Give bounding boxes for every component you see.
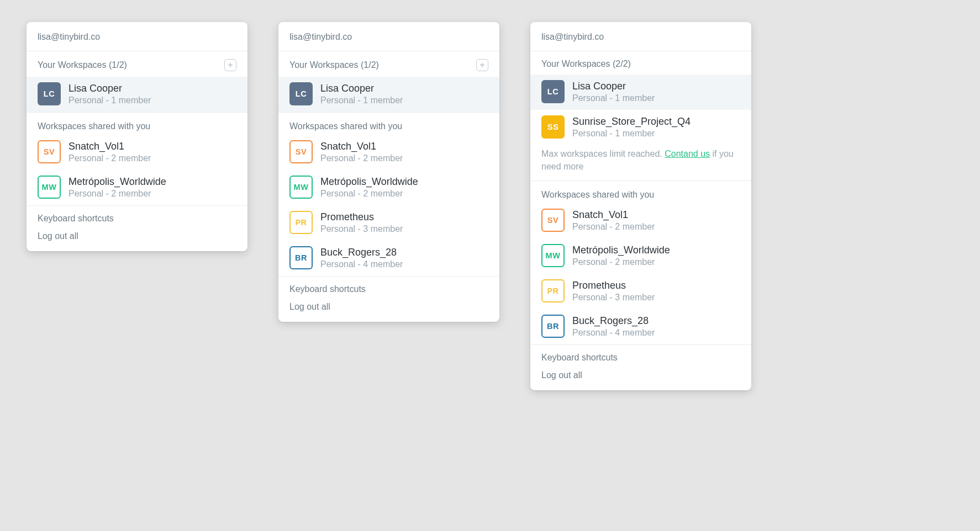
workspace-meta: Personal - 2 member xyxy=(69,189,166,199)
workspace-name: Snatch_Vol1 xyxy=(572,209,655,221)
user-email: lisa@tinybird.co xyxy=(27,22,247,51)
workspace-meta: Personal - 3 member xyxy=(572,293,655,302)
workspace-avatar: MW xyxy=(541,244,565,267)
workspace-name: Lisa Cooper xyxy=(69,83,151,94)
workspace-item[interactable]: PRPrometheusPersonal - 3 member xyxy=(278,205,499,241)
workspace-avatar: SV xyxy=(541,209,565,232)
workspace-name: Snatch_Vol1 xyxy=(320,141,403,152)
workspace-meta: Personal - 1 member xyxy=(320,95,403,105)
workspace-item[interactable]: LCLisa CooperPersonal - 1 member xyxy=(530,75,751,110)
your-workspaces-label: Your Workspaces (1/2) xyxy=(289,60,379,70)
workspace-name: Sunrise_Store_Project_Q4 xyxy=(572,116,691,128)
workspace-avatar: SV xyxy=(38,140,61,163)
workspace-avatar: PR xyxy=(541,279,565,302)
workspace-name: Metrópolis_Worldwide xyxy=(69,176,166,188)
workspace-meta: Personal - 1 member xyxy=(69,95,151,105)
limit-message: Max workspaces limit reached. Contand us… xyxy=(530,145,751,180)
workspace-panel-1: lisa@tinybird.coYour Workspaces (1/2)+LC… xyxy=(27,22,247,251)
workspace-meta: Personal - 2 member xyxy=(572,257,670,267)
keyboard-shortcuts-link[interactable]: Keyboard shortcuts xyxy=(278,277,499,298)
workspace-avatar: SV xyxy=(289,140,313,163)
workspace-item[interactable]: LCLisa CooperPersonal - 1 member xyxy=(278,77,499,112)
user-email: lisa@tinybird.co xyxy=(530,22,751,51)
workspace-meta: Personal - 4 member xyxy=(572,328,655,338)
workspace-item[interactable]: MWMetrópolis_WorldwidePersonal - 2 membe… xyxy=(27,170,247,205)
logout-all-link[interactable]: Log out all xyxy=(27,227,247,251)
plus-icon: + xyxy=(480,61,484,70)
workspace-meta: Personal - 2 member xyxy=(572,222,655,232)
your-workspaces-label: Your Workspaces (2/2) xyxy=(541,59,631,69)
workspace-avatar: LC xyxy=(38,82,61,105)
workspace-item[interactable]: BRBuck_Rogers_28Personal - 4 member xyxy=(530,309,751,344)
workspace-name: Lisa Cooper xyxy=(320,83,403,94)
shared-workspaces-label: Workspaces shared with you xyxy=(530,181,751,203)
workspace-meta: Personal - 3 member xyxy=(320,224,403,234)
workspace-panel-3: lisa@tinybird.coYour Workspaces (2/2)LCL… xyxy=(530,22,751,390)
user-email: lisa@tinybird.co xyxy=(278,22,499,51)
workspace-name: Lisa Cooper xyxy=(572,81,655,92)
workspace-meta: Personal - 1 member xyxy=(572,129,691,139)
add-workspace-button[interactable]: + xyxy=(476,59,488,71)
workspace-meta: Personal - 4 member xyxy=(320,259,403,269)
keyboard-shortcuts-link[interactable]: Keyboard shortcuts xyxy=(27,206,247,227)
workspace-avatar: MW xyxy=(38,176,61,199)
workspace-avatar: LC xyxy=(541,80,565,103)
your-workspaces-label: Your Workspaces (1/2) xyxy=(38,60,127,70)
workspace-avatar: MW xyxy=(289,176,313,199)
logout-all-link[interactable]: Log out all xyxy=(530,366,751,390)
contact-us-link[interactable]: Contand us xyxy=(665,149,710,158)
workspace-item[interactable]: SVSnatch_Vol1Personal - 2 member xyxy=(530,203,751,238)
workspace-avatar: BR xyxy=(541,315,565,338)
workspace-item[interactable]: SVSnatch_Vol1Personal - 2 member xyxy=(278,135,499,170)
workspace-name: Buck_Rogers_28 xyxy=(320,247,403,258)
workspace-item[interactable]: LCLisa CooperPersonal - 1 member xyxy=(27,77,247,112)
workspace-meta: Personal - 2 member xyxy=(320,189,418,199)
workspace-name: Metrópolis_Worldwide xyxy=(572,245,670,256)
workspace-name: Prometheus xyxy=(572,280,655,291)
keyboard-shortcuts-link[interactable]: Keyboard shortcuts xyxy=(530,345,751,366)
workspace-item[interactable]: SVSnatch_Vol1Personal - 2 member xyxy=(27,135,247,170)
workspace-meta: Personal - 2 member xyxy=(320,153,403,163)
workspace-avatar: PR xyxy=(289,211,313,234)
workspace-meta: Personal - 2 member xyxy=(69,153,151,163)
shared-workspaces-label: Workspaces shared with you xyxy=(278,113,499,135)
workspace-name: Prometheus xyxy=(320,211,403,223)
workspace-item[interactable]: BRBuck_Rogers_28Personal - 4 member xyxy=(278,241,499,276)
workspace-meta: Personal - 1 member xyxy=(572,93,655,103)
workspace-avatar: SS xyxy=(541,115,565,139)
plus-icon: + xyxy=(228,61,233,70)
workspace-name: Metrópolis_Worldwide xyxy=(320,176,418,188)
workspace-item[interactable]: MWMetrópolis_WorldwidePersonal - 2 membe… xyxy=(278,170,499,205)
workspace-item[interactable]: MWMetrópolis_WorldwidePersonal - 2 membe… xyxy=(530,238,751,274)
add-workspace-button[interactable]: + xyxy=(224,59,236,71)
workspace-avatar: BR xyxy=(289,246,313,269)
workspace-name: Buck_Rogers_28 xyxy=(572,315,655,327)
workspace-item[interactable]: SSSunrise_Store_Project_Q4Personal - 1 m… xyxy=(530,110,751,145)
workspace-avatar: LC xyxy=(289,82,313,105)
workspace-name: Snatch_Vol1 xyxy=(69,141,151,152)
logout-all-link[interactable]: Log out all xyxy=(278,298,499,322)
workspace-item[interactable]: PRPrometheusPersonal - 3 member xyxy=(530,274,751,309)
workspace-panel-2: lisa@tinybird.coYour Workspaces (1/2)+LC… xyxy=(278,22,499,322)
shared-workspaces-label: Workspaces shared with you xyxy=(27,113,247,135)
